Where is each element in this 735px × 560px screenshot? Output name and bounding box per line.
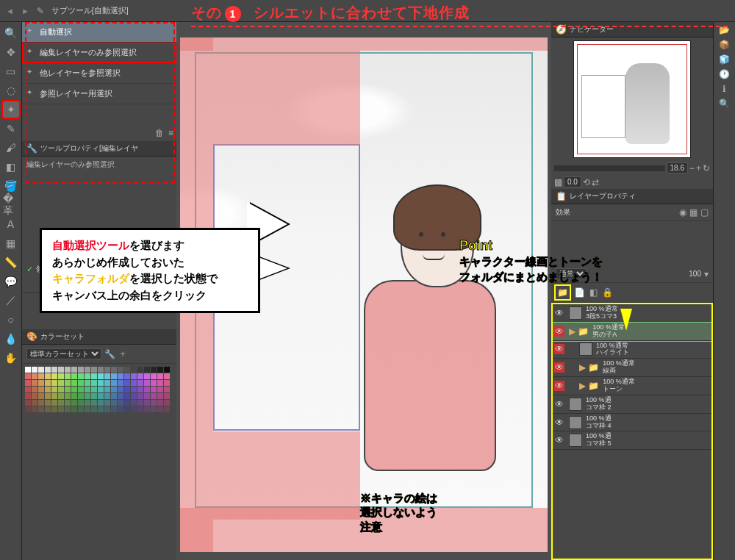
layer-thumb: [569, 306, 582, 320]
dock-material-icon[interactable]: 📦: [719, 40, 730, 50]
visibility-icon[interactable]: 👁: [554, 308, 564, 318]
warning-annotation: ※キャラの絵は 選択しないよう 注意: [360, 491, 437, 534]
tool-fill[interactable]: 🪣: [3, 178, 19, 194]
subtool-header-label: サブツール[自動選択]: [51, 5, 129, 16]
toolprop-header: 🔧ツールプロパティ[編集レイヤ: [22, 141, 176, 157]
colorset-preset[interactable]: 標準カラーセット: [26, 348, 101, 359]
layer-row[interactable]: 👁 100 %通コマ枠 5: [553, 431, 711, 450]
visibility-icon[interactable]: 👁: [554, 399, 564, 409]
tool-lasso[interactable]: ◌: [3, 82, 19, 98]
rotate-icon[interactable]: ↻: [703, 163, 710, 173]
layer-row[interactable]: 👁 100 %通コマ枠 4: [553, 414, 711, 432]
tool-frame[interactable]: ▦: [3, 235, 19, 251]
tool-pen[interactable]: ✎: [3, 121, 19, 137]
visibility-icon[interactable]: 👁: [554, 381, 564, 391]
colorset-label: カラーセット: [40, 331, 85, 342]
zoom-slider[interactable]: [554, 165, 665, 171]
tool-line[interactable]: ／: [3, 292, 19, 309]
point-annotation: Point キャラクター線画とトーンを フォルダにまとめましょう！: [459, 238, 603, 284]
layer-row[interactable]: 👁 100 %通常3段5コマ3: [553, 304, 711, 323]
effect-dot-icon[interactable]: ◉: [679, 207, 686, 218]
stepper-icon[interactable]: ▾: [704, 269, 709, 279]
visibility-icon[interactable]: 👁: [554, 417, 564, 428]
add-icon[interactable]: ＋: [118, 348, 127, 360]
mask-button[interactable]: ◧: [589, 287, 598, 298]
yellow-arrow-icon: [620, 309, 632, 331]
zoom-in-icon[interactable]: +: [696, 163, 701, 173]
layer-row[interactable]: 👁 100 %通コマ枠 2: [553, 395, 711, 414]
tool-marquee[interactable]: ▭: [3, 63, 19, 79]
title-banner: その1 シルエットに合わせて下地作成: [191, 3, 728, 27]
subtool-other-layers[interactable]: 他レイヤーを参照選択: [22, 63, 176, 84]
zoom-out-icon[interactable]: −: [689, 163, 695, 173]
layer-list: 👁 100 %通常3段5コマ3👁 ▶ 📁 100 %通常男の子A👁 100 %通…: [553, 304, 711, 559]
subtool-auto-select[interactable]: 自動選択: [22, 22, 176, 43]
tool-gradient[interactable]: �革: [3, 197, 19, 213]
subtool-list: 自動選択 編集レイヤーのみ参照選択 他レイヤーを参照選択 参照レイヤー用選択 🗑…: [22, 22, 176, 141]
opacity-value: 100: [689, 270, 701, 278]
redo-icon[interactable]: ►: [21, 7, 29, 15]
layer-row[interactable]: 👁 ▶ 📁 100 %通常線画: [553, 359, 711, 377]
layer-thumb: [569, 434, 582, 447]
new-folder-button[interactable]: 📁: [556, 286, 570, 299]
folder-icon: ▶ 📁: [579, 362, 599, 373]
flip-icon[interactable]: ⇄: [592, 177, 599, 187]
tool-move[interactable]: ✥: [3, 44, 19, 60]
subtool-ref-layer[interactable]: 参照レイヤー用選択: [22, 84, 176, 104]
new-layer-button[interactable]: 📄: [574, 287, 585, 298]
layer-thumb: [579, 342, 592, 356]
reset-icon[interactable]: ⟲: [583, 177, 590, 187]
folder-icon: ▶ 📁: [569, 326, 589, 337]
lock-button[interactable]: 🔒: [602, 287, 613, 298]
tool-eyedrop[interactable]: 💧: [3, 331, 19, 347]
dock-3d-icon[interactable]: 🧊: [719, 54, 730, 65]
zoom-value: 18.6: [667, 162, 688, 173]
tool-hand[interactable]: ✋: [3, 350, 19, 366]
tool-zoom[interactable]: 🔍: [3, 25, 19, 41]
wrench-icon[interactable]: 🔧: [104, 349, 115, 359]
folder-icon: ▶ 📁: [579, 381, 599, 391]
tool-figure[interactable]: ○: [3, 312, 19, 328]
layerprop-title: レイヤープロパティ: [570, 191, 636, 201]
effect-border-icon[interactable]: ▢: [700, 207, 709, 218]
visibility-icon[interactable]: 👁: [554, 326, 564, 337]
visibility-icon[interactable]: 👁: [554, 362, 564, 373]
dock-info-icon[interactable]: ℹ: [723, 84, 726, 94]
dock-history-icon[interactable]: 🕐: [719, 69, 730, 79]
effect-label: 効果: [556, 207, 570, 218]
layer-row[interactable]: 👁 ▶ 📁 100 %通常トーン: [553, 377, 711, 395]
trash-icon[interactable]: 🗑: [155, 128, 164, 138]
brush-icon[interactable]: ✎: [37, 6, 44, 16]
pos-value: 0.0: [564, 176, 581, 187]
tool-eraser[interactable]: ◧: [3, 159, 19, 175]
visibility-icon[interactable]: 👁: [554, 435, 564, 445]
effect-grid-icon[interactable]: ▦: [689, 207, 698, 218]
tool-balloon[interactable]: 💬: [3, 273, 19, 290]
undo-icon[interactable]: ◄: [6, 7, 14, 15]
menu-icon[interactable]: ≡: [168, 128, 173, 138]
tool-ruler[interactable]: 📏: [3, 254, 19, 270]
layer-thumb: [569, 416, 582, 429]
instruction-callout: 自動選択ツールを選びます あらかじめ作成しておいた キャラフォルダを選択した状態…: [40, 228, 260, 313]
layer-thumb: [569, 398, 582, 411]
navigator-thumb[interactable]: [573, 40, 691, 158]
character-art: [334, 170, 511, 508]
tool-brush[interactable]: 🖌: [3, 140, 19, 156]
visibility-icon[interactable]: 👁: [554, 344, 564, 354]
subtool-edit-layer-only[interactable]: 編集レイヤーのみ参照選択: [22, 43, 176, 63]
layer-row[interactable]: 👁 100 %通常ハイライト: [553, 341, 711, 359]
tool-text[interactable]: A: [3, 216, 19, 232]
checker-icon: ▩: [554, 177, 562, 187]
tool-palette: 🔍 ✥ ▭ ◌ ✦ ✎ 🖌 ◧ 🪣 �革 A ▦ 📏 💬 ／ ○ 💧 ✋: [0, 22, 22, 560]
toolprop-name: 編集レイヤーのみ参照選択: [22, 157, 176, 173]
dock-search-icon[interactable]: 🔍: [719, 98, 730, 109]
tool-magic-wand[interactable]: ✦: [3, 101, 19, 118]
color-swatches[interactable]: [25, 367, 173, 412]
layer-row[interactable]: 👁 ▶ 📁 100 %通常男の子A: [553, 323, 711, 341]
